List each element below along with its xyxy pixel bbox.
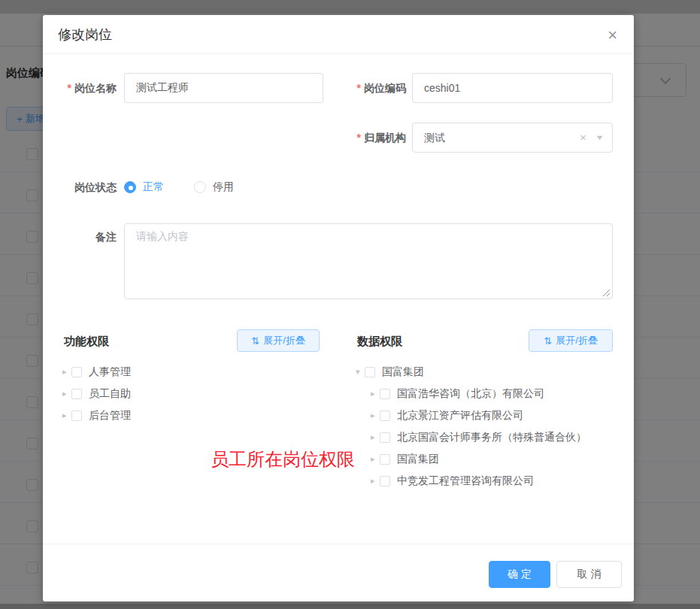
data-expand-collapse-button[interactable]: ⇅ 展开/折叠 xyxy=(529,329,613,352)
tree-node-label: 北京景江资产评估有限公司 xyxy=(397,409,523,423)
tree-checkbox[interactable] xyxy=(380,454,390,465)
tree-node-label: 国富集团 xyxy=(397,453,439,466)
tree-node-label: 中竞发工程管理咨询有限公司 xyxy=(397,474,534,488)
function-expand-collapse-button[interactable]: ⇅ 展开/折叠 xyxy=(237,329,320,352)
data-permission-title: 数据权限 xyxy=(357,335,402,349)
required-asterisk: * xyxy=(357,82,361,94)
position-code-label: *岗位编码 xyxy=(332,73,406,103)
dialog-footer: 确 定 取 消 xyxy=(43,544,634,601)
edit-position-dialog: 修改岗位 × *岗位名称 *岗位编码 *归属机构 测试 × ▼ 岗位状态 正常 … xyxy=(43,15,634,601)
clear-icon[interactable]: × xyxy=(580,130,586,145)
radio-disabled-label: 停用 xyxy=(213,180,234,194)
status-radio-group: 正常 停用 xyxy=(124,179,264,195)
dialog-title: 修改岗位 xyxy=(58,26,112,44)
tree-node-selfservice[interactable]: ▸ 员工自助 xyxy=(58,383,306,404)
org-select[interactable]: 测试 × ▼ xyxy=(412,123,613,153)
radio-normal[interactable]: 正常 xyxy=(124,180,164,194)
tree-checkbox[interactable] xyxy=(380,432,390,443)
select-caret-icon[interactable]: ▼ xyxy=(595,134,604,141)
confirm-button[interactable]: 确 定 xyxy=(489,561,550,588)
caret-right-icon[interactable]: ▸ xyxy=(58,389,71,398)
radio-normal-label: 正常 xyxy=(143,180,164,194)
tree-node-label: 北京国富会计师事务所（特殊普通合伙） xyxy=(397,431,586,444)
position-name-input[interactable] xyxy=(124,73,323,103)
tree-checkbox[interactable] xyxy=(380,389,390,399)
position-code-input[interactable] xyxy=(412,73,613,103)
tree-checkbox[interactable] xyxy=(71,411,82,421)
function-permission-title: 功能权限 xyxy=(64,335,109,349)
sort-arrows-icon: ⇅ xyxy=(251,335,259,347)
tree-checkbox[interactable] xyxy=(365,367,375,377)
remark-label: 备注 xyxy=(43,229,117,245)
org-label: *归属机构 xyxy=(332,123,406,153)
annotation-text: 员工所在岗位权限 xyxy=(211,447,355,471)
function-toggle-label: 展开/折叠 xyxy=(263,334,305,347)
required-asterisk: * xyxy=(357,132,361,144)
radio-unselected-icon[interactable] xyxy=(194,181,206,193)
function-permission-tree: ▸ 人事管理 ▸ 员工自助 ▸ 后台管理 xyxy=(58,361,306,426)
tree-node-root[interactable]: ▾ 国富集团 xyxy=(351,361,631,383)
tree-node-backend[interactable]: ▸ 后台管理 xyxy=(58,404,306,426)
caret-right-icon[interactable]: ▸ xyxy=(366,432,380,442)
tree-node-company[interactable]: ▸ 国富集团 xyxy=(366,448,631,470)
radio-selected-icon[interactable] xyxy=(124,181,136,193)
caret-right-icon[interactable]: ▸ xyxy=(58,367,71,377)
tree-node-label: 国富浩华咨询（北京）有限公司 xyxy=(397,387,544,401)
caret-right-icon[interactable]: ▸ xyxy=(58,411,71,420)
radio-disabled[interactable]: 停用 xyxy=(194,180,234,194)
sort-arrows-icon: ⇅ xyxy=(544,335,552,347)
tree-node-label: 后台管理 xyxy=(89,409,131,423)
cancel-button[interactable]: 取 消 xyxy=(556,561,622,588)
caret-right-icon[interactable]: ▸ xyxy=(366,454,380,464)
tree-node-label: 国富集团 xyxy=(382,365,424,379)
caret-right-icon[interactable]: ▸ xyxy=(366,411,380,420)
caret-right-icon[interactable]: ▸ xyxy=(366,389,380,398)
status-label: 岗位状态 xyxy=(43,179,117,195)
tree-checkbox[interactable] xyxy=(71,367,82,377)
tree-node-company[interactable]: ▸ 北京国富会计师事务所（特殊普通合伙） xyxy=(366,426,631,448)
tree-checkbox[interactable] xyxy=(380,476,390,486)
required-asterisk: * xyxy=(68,82,71,94)
caret-right-icon[interactable]: ▸ xyxy=(366,476,380,486)
tree-node-company[interactable]: ▸ 国富浩华咨询（北京）有限公司 xyxy=(366,383,631,404)
dialog-header: 修改岗位 × xyxy=(43,15,634,54)
screen: 岗位编码 + 新增 修改岗位 × *岗位名称 *岗位编码 *归属机构 测试 × … xyxy=(0,0,700,609)
tree-checkbox[interactable] xyxy=(71,389,82,399)
tree-node-company[interactable]: ▸ 中竞发工程管理咨询有限公司 xyxy=(366,470,631,492)
tree-node-hr[interactable]: ▸ 人事管理 xyxy=(58,361,306,383)
org-select-value: 测试 xyxy=(424,123,445,152)
remark-textarea[interactable] xyxy=(124,223,613,299)
tree-node-label: 员工自助 xyxy=(89,387,131,401)
tree-checkbox[interactable] xyxy=(380,411,390,421)
data-permission-tree: ▾ 国富集团 ▸ 国富浩华咨询（北京）有限公司 ▸ 北京景江资产评估有限公司 ▸… xyxy=(351,361,631,492)
data-toggle-label: 展开/折叠 xyxy=(556,334,598,347)
tree-node-label: 人事管理 xyxy=(89,365,131,379)
close-icon[interactable]: × xyxy=(605,24,620,47)
caret-down-icon[interactable]: ▾ xyxy=(351,367,365,377)
tree-node-company[interactable]: ▸ 北京景江资产评估有限公司 xyxy=(366,404,631,426)
position-name-label: *岗位名称 xyxy=(43,73,117,103)
